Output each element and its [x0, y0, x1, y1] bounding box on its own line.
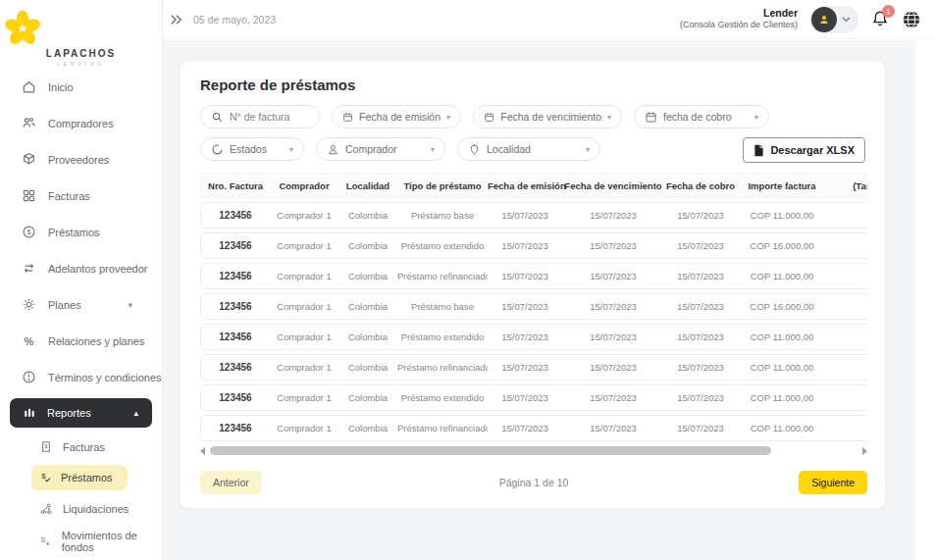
table-row: 123456Comprador 1ColombiaPréstamo refina…	[200, 415, 867, 441]
search-icon	[211, 111, 224, 124]
chevron-down-icon: ▾	[446, 113, 450, 122]
sidebar-item-label: Planes	[48, 299, 81, 311]
issue-date-filter[interactable]: Fecha de emisión ▾	[332, 105, 461, 128]
scrollbar-thumb[interactable]	[210, 446, 771, 455]
user-subtitle: (Consola Gestión de Clientes)	[680, 20, 798, 30]
sidebar-subitem-facturas[interactable]: $ Facturas	[0, 431, 162, 463]
chevron-down-icon: ▾	[607, 113, 611, 122]
table-row: 123456Comprador 1ColombiaPréstamo base15…	[200, 202, 867, 229]
sidebar-item-terminos-y-condiciones[interactable]: Términos y condiciones	[0, 359, 162, 395]
notifications-button[interactable]: 1	[871, 10, 889, 28]
sidebar-item-inicio[interactable]: Inicio	[0, 69, 162, 105]
user-menu-button[interactable]	[810, 6, 858, 33]
dollar-check-icon: $	[39, 471, 53, 484]
table-cell: Comprador 1	[270, 240, 338, 251]
table-cell: Colombia	[338, 301, 397, 312]
sidebar-item-proveedores[interactable]: Proveedores	[0, 141, 162, 178]
table-body: 123456Comprador 1ColombiaPréstamo base15…	[200, 202, 867, 441]
table-row: 123456Comprador 1ColombiaPréstamo extend…	[200, 384, 867, 411]
user-icon	[327, 143, 339, 156]
table-cell: Comprador 1	[270, 210, 338, 221]
table-cell: Préstamo extendido	[397, 392, 488, 403]
download-label: Descargar XLSX	[770, 144, 855, 156]
table-cell: Colombia	[338, 210, 397, 221]
sidebar-item-compradores[interactable]: Compradores	[0, 105, 162, 141]
collapse-sidebar-icon[interactable]	[169, 13, 183, 26]
table-cell: 15/07/2023	[488, 423, 562, 433]
filter-label: Localidad	[487, 143, 531, 155]
table-cell: 15/07/2023	[664, 423, 737, 433]
chevron-up-icon: ▴	[133, 408, 138, 418]
table-cell: 15/07/2023	[664, 331, 737, 342]
invoice-dollar-icon: $	[39, 440, 53, 454]
table-cell: 123456	[201, 362, 270, 373]
locality-filter[interactable]: Localidad ▾	[457, 137, 600, 161]
sidebar-subitem-prestamos[interactable]: $ Préstamos	[31, 465, 128, 490]
due-date-filter[interactable]: Fecha de vencimiento ▾	[473, 105, 622, 128]
table-cell: Comprador 1	[270, 423, 338, 433]
table-cell: COP 11.000,00	[737, 210, 827, 221]
exclamation-circle-icon	[22, 370, 36, 384]
invoice-number-filter[interactable]	[200, 105, 320, 128]
table-header: Nro. FacturaCompradorLocalidadTipo de pr…	[200, 173, 867, 198]
location-pin-icon	[468, 143, 481, 156]
sidebar-item-reportes[interactable]: Reportes ▴	[10, 398, 152, 428]
states-filter[interactable]: Estados ▾	[200, 137, 304, 161]
table-cell: 15/07/2023	[488, 271, 562, 281]
column-header: Nro. Factura	[201, 180, 270, 191]
filter-label: Comprador	[345, 143, 397, 155]
next-page-button[interactable]: Siguiente	[799, 471, 867, 494]
loans-table: Nro. FacturaCompradorLocalidadTipo de pr…	[200, 173, 867, 457]
sidebar-subitem-label: Movimientos de fondos	[62, 530, 162, 553]
sidebar-item-label: Inicio	[48, 81, 74, 93]
sidebar-item-label: Compradores	[48, 118, 114, 129]
logo-subtitle: LENDING	[0, 61, 162, 67]
pagination: Anterior Página 1 de 10 Siguiente	[200, 471, 867, 494]
page-title: Reporte de préstamos	[200, 76, 865, 93]
sidebar-item-relaciones-y-planes[interactable]: % Relaciones y planes	[0, 323, 162, 359]
scroll-left-arrow-icon[interactable]	[200, 447, 205, 455]
chevron-down-icon	[842, 17, 851, 23]
scroll-right-arrow-icon[interactable]	[862, 447, 867, 455]
sidebar-item-facturas[interactable]: Facturas	[0, 178, 162, 214]
report-card: Reporte de préstamos Fecha de emisión ▾ …	[180, 60, 886, 509]
notification-badge: 1	[882, 5, 895, 18]
table-cell: COP 11.000,00	[737, 423, 827, 433]
table-cell: Comprador 1	[270, 392, 338, 403]
svg-text:$: $	[26, 228, 31, 236]
table-cell: 15/07/2023	[562, 240, 664, 251]
topbar: 05 de mayo, 2023 Lender (Consola Gestión…	[163, 0, 935, 39]
collection-date-filter[interactable]: fecha de cobro ▾	[634, 105, 769, 128]
table-cell: 15/07/2023	[488, 392, 562, 403]
language-globe-icon[interactable]	[902, 10, 921, 29]
table-cell: 15/07/2023	[664, 392, 737, 403]
table-cell: 15/07/2023	[488, 331, 562, 342]
sidebar-item-adelantos-proveedor[interactable]: Adelantos proveedor	[0, 250, 162, 286]
buyer-filter[interactable]: Comprador ▾	[316, 137, 445, 161]
table-cell: Préstamo refinanciado	[397, 271, 488, 281]
table-cell: Comprador 1	[270, 271, 338, 281]
chevron-down-icon: ▾	[128, 300, 132, 310]
scroll-gutter	[915, 40, 935, 560]
table-cell: Préstamo base	[397, 210, 488, 221]
grid-icon	[22, 188, 36, 203]
sidebar-subitem-movimientos-de-fondos[interactable]: S Movimientos de fondos	[0, 525, 162, 557]
app-window: LAPACHOS LENDING Inicio Compradores Prov…	[0, 0, 935, 560]
status-loader-icon	[211, 143, 224, 156]
column-header: (Tasa N	[827, 180, 867, 191]
table-cell: 15/07/2023	[562, 392, 664, 403]
flower-logo-icon	[0, 8, 45, 47]
table-cell: Préstamo refinanciado	[397, 362, 488, 373]
chevron-down-icon: ▾	[754, 113, 758, 122]
sidebar-subitem-liquidaciones[interactable]: Liquidaciones	[0, 492, 162, 525]
filter-label: Fecha de vencimiento	[500, 111, 601, 123]
table-cell: 15/07/2023	[488, 240, 562, 251]
sidebar-item-label: Adelantos proveedor	[48, 263, 148, 275]
sidebar-item-planes[interactable]: Planes ▾	[0, 286, 162, 323]
table-row: 123456Comprador 1ColombiaPréstamo base15…	[200, 293, 867, 320]
sidebar-item-prestamos[interactable]: $ Préstamos	[0, 214, 162, 250]
table-cell: 15/07/2023	[664, 362, 737, 373]
download-xlsx-button[interactable]: Descargar XLSX	[743, 137, 865, 163]
invoice-number-input[interactable]	[230, 111, 308, 123]
transfer-arrows-icon	[22, 261, 36, 276]
